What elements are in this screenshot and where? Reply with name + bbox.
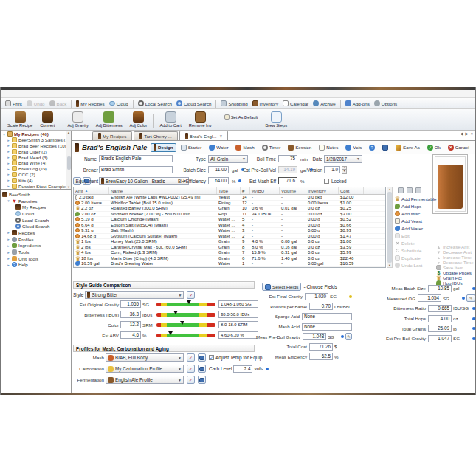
- adj-bitterness-button[interactable]: Adj Bitterness: [92, 110, 126, 129]
- set-as-default-button[interactable]: Set As Default: [221, 113, 262, 121]
- document-tab[interactable]: Tart Cherry ...: [134, 131, 177, 140]
- stat-value-input[interactable]: 62.5: [309, 353, 333, 360]
- inventory-button[interactable]: Inventory: [250, 99, 280, 108]
- Roasted Barley (300.0 SRM)[interactable]: 2.2 oz Roasted Barley (300.0 SRM) Grain …: [74, 206, 385, 212]
- expander-icon[interactable]: ▸: [7, 143, 10, 148]
- tree-item[interactable]: ▾ My Recipes (46): [1, 131, 71, 137]
- scroll-thumb[interactable]: [67, 156, 71, 170]
- Gypsum (Calcium Sulfate) (Mash)[interactable]: 14.68 g Gypsum (Calcium Sulfate) (Mash) …: [74, 234, 385, 240]
- tree-item[interactable]: Local Search: [1, 217, 71, 224]
- Corn, Flaked (1.3 SRM)[interactable]: 4 lbs Corn, Flaked (1.3 SRM) Grain 7 15.…: [74, 250, 385, 256]
- Caramel/Crystal Malt - 60L (60.0 SRM)[interactable]: 2 lbs Caramel/Crystal Malt - 60L (60.0 S…: [74, 245, 385, 251]
- name-input[interactable]: Brad's English Pale: [99, 155, 173, 162]
- cancel-button[interactable]: Cancel: [445, 143, 472, 152]
- back-button[interactable]: Back: [47, 99, 69, 108]
- expander-icon[interactable]: ▸: [7, 256, 10, 261]
- tree-item[interactable]: ▸ Unit Tools: [1, 255, 71, 262]
- add-fermentable-button[interactable]: Add Fermentable: [395, 195, 436, 202]
- tree-item[interactable]: ▸ Brad Wine (4): [1, 160, 71, 166]
- grain-pct-button[interactable]: Grain Pct: [436, 275, 475, 280]
- scroll-down-icon[interactable]: ▼: [388, 263, 391, 267]
- select-fields-button[interactable]: Select Fields: [262, 283, 301, 291]
- shopping-button[interactable]: Shopping: [218, 99, 249, 108]
- version-spinner[interactable]: ▲▼: [342, 166, 347, 174]
- add-hops-button[interactable]: Add Hops: [395, 202, 436, 210]
- duplicate-button[interactable]: Duplicate: [395, 254, 436, 261]
- edit-button[interactable]: Edit: [395, 232, 436, 239]
- Salt (Mash)[interactable]: 9.31 g Salt (Mash) Water ... 3 - - 0.00 …: [74, 228, 385, 234]
- scale-recipe-button[interactable]: Scale Recipe: [4, 110, 36, 129]
- stat-value-input[interactable]: 1.020: [305, 293, 328, 300]
- stat-value-input[interactable]: 0.665: [428, 305, 452, 312]
- increase-amt-button[interactable]: Increase Amt: [436, 244, 475, 249]
- stat-value-input[interactable]: 1.048: [303, 333, 326, 340]
- Northern Brewer [7.00 %] - Boil 60.0 min[interactable]: 3.00 oz Northern Brewer [7.00 %] - Boil …: [74, 212, 385, 218]
- expander-icon[interactable]: ▸: [7, 178, 10, 182]
- remove-inv-button[interactable]: Remove Inv: [185, 110, 215, 129]
- expander-icon[interactable]: ▸: [7, 172, 10, 176]
- style-dropdown[interactable]: Strong Bitter▼: [85, 291, 184, 299]
- scroll-up-icon[interactable]: ▲: [388, 187, 391, 191]
- metric-value-input[interactable]: 12.2: [120, 321, 141, 328]
- substitute-button[interactable]: Substitute: [395, 246, 436, 254]
- stat-value-input[interactable]: None: [302, 323, 352, 331]
- adjust-temp-checkbox[interactable]: ✓: [209, 355, 214, 360]
- increase-time-button[interactable]: Increase Time: [436, 255, 475, 260]
- column-header-num[interactable]: #: [241, 187, 250, 194]
- edit-pencil-button[interactable]: ✎: [466, 294, 475, 302]
- tree-item[interactable]: ▸ Brad Mead (3): [1, 154, 71, 160]
- stat-value-input[interactable]: 1.054: [418, 294, 441, 302]
- add-ons-button[interactable]: Add-ons: [343, 99, 372, 108]
- column-header-pct[interactable]: %/IBU: [250, 187, 280, 194]
- expander-icon[interactable]: ▾: [7, 199, 10, 203]
- tree-item[interactable]: ▸ Tools: [1, 249, 71, 255]
- tree-item[interactable]: ▸ Brew Log (19): [1, 166, 71, 172]
- tree-item[interactable]: ▸ Russian Stout Examples (3): [1, 183, 71, 189]
- save-as-button[interactable]: Save As: [393, 143, 423, 152]
- mash-eff-input[interactable]: 71.6: [278, 177, 297, 184]
- Calcium Chloride (Mash)[interactable]: 5.19 g Calcium Chloride (Mash) Water ...…: [74, 217, 385, 223]
- tree-item[interactable]: ▸ Brad Beer Recipes (10): [1, 143, 71, 149]
- convert-button[interactable]: Convert: [36, 110, 58, 129]
- update-prices-button[interactable]: Update Prices: [436, 270, 475, 275]
- undo-last-button[interactable]: Undo Last: [395, 261, 436, 269]
- tree-item[interactable]: Cloud Search: [1, 223, 71, 230]
- column-header-type[interactable]: Type: [217, 187, 241, 194]
- expander-icon[interactable]: ▸: [7, 155, 10, 159]
- fermentation-apply-button[interactable]: ✓: [187, 376, 195, 384]
- archive-button[interactable]: Archive: [311, 99, 338, 108]
- nav-close-icon[interactable]: ×: [471, 131, 473, 136]
- paste-icon[interactable]: [415, 187, 421, 193]
- close-tab-icon[interactable]: ×: [219, 134, 222, 139]
- column-header-cost[interactable]: Cost: [339, 187, 364, 194]
- batch-size-input[interactable]: 11.00: [208, 166, 229, 173]
- stat-value-input[interactable]: 10.85: [428, 285, 452, 292]
- tree-item[interactable]: BeerSmith: [1, 191, 71, 198]
- document-tab[interactable]: Brad's Engl... ×: [179, 131, 228, 140]
- brew-steps-button[interactable]: Brew Steps: [261, 110, 291, 129]
- decrease-amt-button[interactable]: Decrease Amt: [436, 249, 475, 255]
- stat-value-input[interactable]: 71.26: [309, 343, 333, 351]
- metric-value-input[interactable]: 4.6: [120, 331, 141, 339]
- expander-icon[interactable]: ▸: [7, 244, 10, 248]
- mash-profile-dropdown[interactable]: BIAB, Full Body▼: [106, 353, 184, 362]
- add-yeast-button[interactable]: Add Yeast: [395, 217, 436, 224]
- stat-value-input[interactable]: 1.047: [428, 335, 452, 342]
- tree-item[interactable]: ▸ Ingredients: [1, 243, 71, 249]
- column-header-name[interactable]: Name: [109, 187, 217, 194]
- display-button[interactable]: [379, 143, 391, 152]
- nav-forward-icon[interactable]: ▶: [466, 131, 469, 136]
- style-check-button[interactable]: ✓: [187, 291, 195, 299]
- cloud-button[interactable]: Cloud: [107, 99, 131, 108]
- adj-color-button[interactable]: Adj Color: [126, 110, 151, 129]
- local-search-button[interactable]: Local Search: [136, 99, 174, 108]
- tree-scrollbar[interactable]: ▲▼: [66, 131, 71, 189]
- mash-tab[interactable]: Mash: [232, 143, 257, 152]
- expander-icon[interactable]: ▾: [2, 132, 6, 137]
- cut-icon[interactable]: [398, 187, 404, 193]
- scroll-up-icon[interactable]: ▲: [67, 131, 70, 134]
- tree-item[interactable]: My Recipes: [1, 204, 71, 210]
- column-header-amt[interactable]: Amt▲: [74, 187, 109, 194]
- type-dropdown[interactable]: All Grain▼: [208, 155, 248, 163]
- edit-pencil-button[interactable]: ✎: [345, 333, 352, 340]
